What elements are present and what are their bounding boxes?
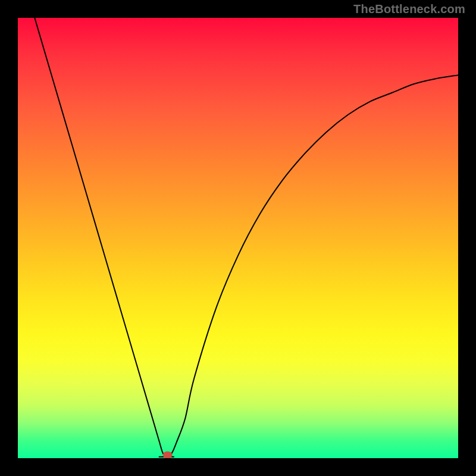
curve-line — [18, 18, 458, 456]
chart-svg — [18, 18, 458, 458]
chart-frame: TheBottleneck.com — [0, 0, 476, 476]
watermark-text: TheBottleneck.com — [353, 2, 465, 16]
plot-area — [18, 18, 458, 458]
marker-dot — [163, 451, 173, 458]
